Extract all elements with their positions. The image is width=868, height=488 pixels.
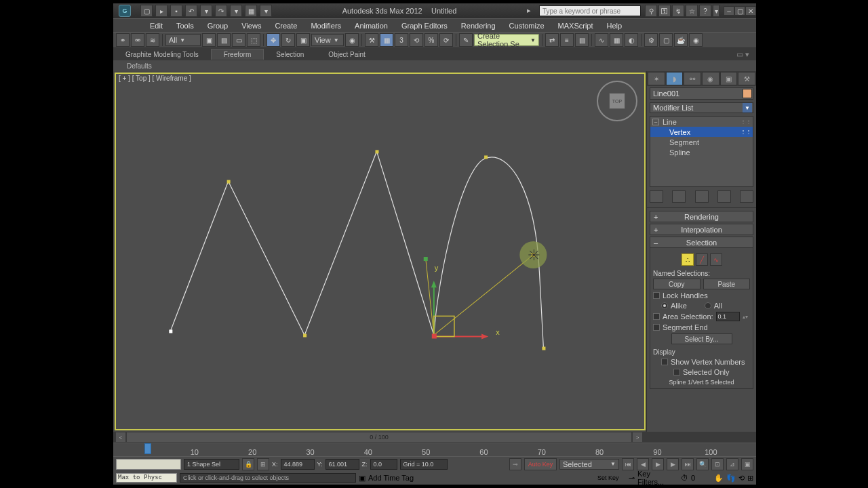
panel-tab-utilities-icon[interactable]: ⚒ — [738, 72, 755, 85]
bind-icon[interactable]: ≋ — [146, 33, 159, 47]
nav-maxtoggle-icon[interactable]: ⊞ — [747, 474, 753, 483]
nav-walk-icon[interactable]: 👣 — [726, 474, 736, 483]
new-icon[interactable]: ▢ — [140, 5, 153, 17]
search-go-icon[interactable]: ⚲ — [645, 5, 657, 17]
menu-help[interactable]: Help — [600, 20, 629, 32]
nav-fov-icon[interactable]: ⊿ — [726, 458, 738, 470]
link-icon[interactable]: ⚭ — [116, 33, 130, 47]
mirror-icon[interactable]: ⇄ — [545, 33, 559, 47]
menu-customize[interactable]: Customize — [502, 20, 551, 32]
ribbon-toggle-icon[interactable]: ▭ ▾ — [736, 50, 749, 59]
nav-zoom-icon[interactable]: 🔍 — [696, 458, 709, 470]
key-mode-icon[interactable]: ⊸ — [509, 458, 521, 470]
subscription-icon[interactable]: ⚿ — [658, 5, 671, 17]
spinner-snap-icon[interactable]: ⟳ — [439, 33, 453, 47]
nav-zoomext-icon[interactable]: ▣ — [741, 458, 753, 470]
render-setup-icon[interactable]: ⚙ — [644, 33, 658, 47]
open-icon[interactable]: ▸ — [155, 5, 167, 17]
script-mini-listener[interactable] — [116, 459, 181, 470]
subobj-segment-icon[interactable]: ╱ — [696, 253, 708, 266]
ribbon-tab-selection[interactable]: Selection — [264, 49, 316, 60]
pin-stack-icon[interactable] — [650, 190, 663, 203]
panel-tab-motion-icon[interactable]: ◉ — [702, 72, 719, 85]
make-unique-icon[interactable] — [695, 190, 709, 203]
redo-icon[interactable]: ↷ — [215, 5, 227, 17]
menu-group[interactable]: Group — [201, 20, 235, 32]
play-icon[interactable]: ▶ — [652, 458, 664, 470]
refcoord-combo[interactable]: View▼ — [311, 34, 344, 46]
menu-maxscript[interactable]: MAXScript — [551, 20, 600, 32]
lock-handles-checkbox[interactable] — [653, 292, 660, 299]
viewport-label[interactable]: [ + ] [ Top ] [ Wireframe ] — [119, 75, 191, 82]
redo-drop-icon[interactable]: ▾ — [230, 5, 242, 17]
move-icon[interactable]: ✥ — [267, 33, 280, 47]
align-icon[interactable]: ≡ — [560, 33, 574, 47]
maxscript-listener[interactable]: Max to Physc — [116, 473, 177, 483]
percent-snap-icon[interactable]: % — [425, 33, 438, 47]
pivot-icon[interactable]: ◉ — [345, 33, 359, 47]
keymode-combo[interactable]: Selected▼ — [559, 459, 619, 470]
favorites-icon[interactable]: ☆ — [686, 5, 698, 17]
snap-icon[interactable]: 3 — [395, 33, 408, 47]
time-slider[interactable]: 0 / 100 — [127, 432, 631, 442]
ribbon-tab-graphite[interactable]: Graphite Modeling Tools — [113, 49, 211, 60]
segment-end-checkbox[interactable] — [653, 324, 660, 331]
viewport[interactable]: [ + ] [ Top ] [ Wireframe ] TOP — [113, 71, 646, 432]
project-icon[interactable]: ▦ — [245, 5, 257, 17]
stack-row-line[interactable]: –Line⋮⋮ — [650, 117, 753, 127]
search-input[interactable]: Type a keyword or phrase — [539, 5, 641, 16]
nav-zoomall-icon[interactable]: ⊡ — [711, 458, 724, 470]
render-frame-icon[interactable]: ▢ — [659, 33, 673, 47]
setkey-key-icon[interactable]: ⊸ — [629, 474, 635, 483]
ribbon-tab-objectpaint[interactable]: Object Paint — [316, 49, 377, 60]
configure-sets-icon[interactable] — [740, 190, 753, 203]
select-rect-icon[interactable]: ▭ — [232, 33, 245, 47]
show-end-result-icon[interactable] — [672, 190, 686, 203]
panel-tab-display-icon[interactable]: ▣ — [720, 72, 738, 85]
menu-rendering[interactable]: Rendering — [454, 20, 502, 32]
undo-drop-icon[interactable]: ▾ — [200, 5, 212, 17]
abs-rel-icon[interactable]: ⊞ — [257, 458, 269, 470]
minimize-button[interactable]: – — [724, 6, 734, 16]
timeconfig-icon[interactable]: ⏱ — [681, 474, 688, 482]
unlink-icon[interactable]: ⚮ — [131, 33, 144, 47]
setkey-button[interactable]: Set Key — [597, 474, 626, 481]
key-filters-button[interactable]: Key Filters... — [637, 470, 678, 486]
viewcube[interactable]: TOP — [597, 81, 637, 121]
rollout-interpolation[interactable]: +Interpolation — [650, 224, 753, 235]
panel-tab-hierarchy-icon[interactable]: ⚯ — [684, 72, 701, 85]
area-selection-checkbox[interactable] — [653, 313, 660, 320]
stack-row-segment[interactable]: Segment — [650, 137, 753, 147]
modifier-stack[interactable]: –Line⋮⋮ Vertex⋮⋮ Segment Spline — [650, 116, 753, 187]
remove-modifier-icon[interactable] — [717, 190, 731, 203]
maximize-button[interactable]: ▢ — [734, 6, 745, 16]
select-name-icon[interactable]: ▤ — [217, 33, 231, 47]
named-selection-combo[interactable]: Create Selection Se▼ — [474, 34, 539, 46]
edit-named-sel-icon[interactable]: ✎ — [459, 33, 473, 47]
time-prev-icon[interactable]: < — [116, 432, 125, 442]
material-editor-icon[interactable]: ◐ — [625, 33, 638, 47]
layers-icon[interactable]: ▤ — [575, 33, 589, 47]
prev-frame-icon[interactable]: ◀ — [637, 458, 649, 470]
lock-selection-icon[interactable]: 🔒 — [242, 458, 254, 470]
goto-end-icon[interactable]: ⏭ — [682, 458, 694, 470]
time-next-icon[interactable]: > — [633, 432, 642, 442]
window-crossing-icon[interactable]: ⬚ — [247, 33, 260, 47]
menu-edit[interactable]: Edit — [143, 20, 170, 32]
manipulate-icon[interactable]: ⚒ — [365, 33, 378, 47]
selection-filter-combo[interactable]: All▼ — [165, 34, 201, 46]
object-color-swatch[interactable] — [743, 89, 752, 98]
schematic-icon[interactable]: ▦ — [610, 33, 623, 47]
close-button[interactable]: ✕ — [745, 6, 756, 16]
next-frame-icon[interactable]: ▶ — [667, 458, 679, 470]
angle-snap-icon[interactable]: ⟲ — [410, 33, 423, 47]
timetag-icon[interactable]: ▣ — [359, 474, 366, 483]
subobj-spline-icon[interactable]: ∿ — [710, 253, 722, 266]
exchange-icon[interactable]: ↯ — [672, 5, 684, 17]
infocenter-toggle-icon[interactable]: ▸ — [527, 6, 536, 16]
select-icon[interactable]: ▣ — [202, 33, 216, 47]
project-drop-icon[interactable]: ▾ — [260, 5, 272, 17]
alike-radio[interactable] — [661, 302, 668, 309]
rotate-icon[interactable]: ↻ — [281, 33, 295, 47]
x-coord-field[interactable]: 44.889 — [281, 459, 315, 470]
